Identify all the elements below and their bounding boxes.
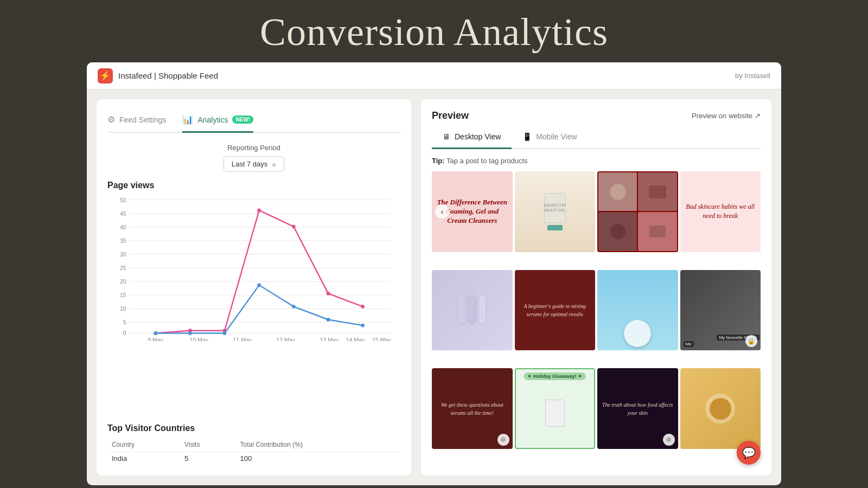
external-link-icon: ↗ (755, 112, 761, 120)
col-country: Country (107, 439, 180, 452)
table-title: Top Visitor Countries (107, 423, 400, 433)
svg-text:45: 45 (120, 210, 126, 217)
cell-country: India (107, 452, 180, 465)
preview-header: Preview Preview on website ↗ (432, 110, 761, 121)
svg-point-34 (327, 292, 330, 296)
preview-link[interactable]: Preview on website ↗ (692, 112, 761, 120)
svg-text:9 May: 9 May (148, 337, 164, 341)
preview-title: Preview (432, 110, 469, 121)
svg-text:10: 10 (120, 305, 126, 312)
svg-point-42 (361, 324, 365, 328)
svg-text:13 May: 13 May (320, 337, 339, 341)
grid-item-6[interactable]: A beginner's guide to mixing serums for … (515, 270, 596, 351)
chart-section: Page views 50 45 40 35 30 25 20 15 10 5 (107, 181, 400, 415)
page-title: Conversion Analytics (0, 0, 868, 62)
tab-desktop-label: Desktop View (455, 132, 501, 141)
svg-text:20: 20 (120, 278, 126, 285)
grid-item-12[interactable] (680, 368, 761, 449)
lock-icon: 🔒 (745, 335, 757, 347)
preview-image-grid: The Difference Between Foaming, Gel and … (432, 171, 761, 465)
svg-text:30: 30 (120, 251, 126, 258)
chart-icon: 📊 (182, 114, 193, 125)
app-logo-icon: ⚡ (98, 68, 113, 84)
svg-text:15: 15 (120, 292, 126, 298)
chart-line-secondary (156, 285, 363, 333)
chart-svg: 50 45 40 35 30 25 20 15 10 5 0 (107, 195, 400, 341)
no-video-icon-2: ⊘ (663, 434, 675, 446)
svg-text:12 May: 12 May (276, 337, 295, 341)
svg-point-37 (188, 331, 192, 335)
grid-item-4[interactable]: Bad skincare habits we all need to break (680, 171, 761, 252)
svg-point-35 (361, 305, 365, 309)
view-tab-bar: 🖥 Desktop View 📱 Mobile View (432, 128, 761, 149)
chart-line-primary (156, 210, 363, 333)
col-contribution: Total Contribution (%) (236, 439, 400, 452)
svg-text:0: 0 (123, 330, 126, 336)
tip-text: Tip: Tap a post to tag products (432, 157, 761, 165)
grid-item-7[interactable] (597, 270, 678, 351)
grid-item-5[interactable] (432, 270, 513, 351)
desktop-icon: 🖥 (443, 132, 450, 141)
giveaway-banner: ✦ Holiday Giveaway! ✦ (524, 373, 586, 380)
col-visits: Visits (180, 439, 236, 452)
preview-link-label: Preview on website (692, 112, 752, 120)
table-row: India 5 100 (107, 452, 400, 465)
svg-text:5: 5 (123, 319, 126, 325)
svg-point-39 (257, 283, 261, 287)
grid-item-10[interactable]: ✦ Holiday Giveaway! ✦ (515, 368, 596, 449)
tab-analytics[interactable]: 📊 Analytics NEW! (182, 110, 253, 133)
app-name: Instafeed | Shoppable Feed (118, 71, 218, 80)
left-panel: ⚙ Feed Settings 📊 Analytics NEW! Reporti… (97, 99, 411, 476)
svg-text:14 May: 14 May (346, 337, 365, 341)
tab-feed-settings[interactable]: ⚙ Feed Settings (107, 110, 166, 133)
new-badge: NEW! (232, 115, 253, 124)
chevron-down-icon: ⬦ (272, 160, 276, 168)
chart-title: Page views (107, 181, 400, 190)
svg-text:50: 50 (120, 197, 126, 203)
tab-bar: ⚙ Feed Settings 📊 Analytics NEW! (107, 110, 400, 133)
svg-text:25: 25 (120, 265, 126, 271)
tab-feed-settings-label: Feed Settings (119, 115, 166, 124)
tip-content: Tap a post to tag products (446, 157, 528, 165)
svg-point-33 (292, 224, 296, 228)
app-header: ⚡ Instafeed | Shoppable Feed by Instasel… (87, 62, 781, 89)
tab-mobile-view[interactable]: 📱 Mobile View (512, 128, 588, 149)
chat-button[interactable]: 💬 (737, 441, 761, 465)
reporting-label: Reporting Period (227, 144, 280, 152)
reporting-section: Reporting Period Last 7 days ⬦ (107, 144, 400, 172)
gear-icon: ⚙ (107, 114, 115, 125)
app-by-label: by Instasell (735, 72, 770, 80)
no-video-icon: ⊘ (497, 434, 509, 446)
app-header-left: ⚡ Instafeed | Shoppable Feed (98, 68, 218, 84)
period-value: Last 7 days (232, 160, 268, 168)
tab-analytics-label: Analytics (197, 115, 228, 124)
grid-item-1[interactable]: The Difference Between Foaming, Gel and … (432, 171, 513, 252)
grid-item-8[interactable]: Me My favourite SPF ☀ 🔒 (680, 270, 761, 351)
prev-arrow-icon[interactable]: ‹ (435, 204, 449, 219)
cell-visits: 5 (180, 452, 236, 465)
svg-point-40 (292, 305, 296, 309)
main-content: ⚙ Feed Settings 📊 Analytics NEW! Reporti… (87, 89, 781, 485)
svg-point-36 (154, 331, 157, 335)
grid-item-11[interactable]: The truth about how food affects your sk… (597, 368, 678, 449)
grid-item-2[interactable]: ADVECTIN MULTI OIL (515, 171, 596, 252)
grid-item-3[interactable] (597, 171, 678, 252)
chart-container: 50 45 40 35 30 25 20 15 10 5 0 (107, 195, 400, 415)
mobile-icon: 📱 (522, 132, 532, 141)
table-section: Top Visitor Countries Country Visits Tot… (107, 423, 400, 465)
app-shell: ⚡ Instafeed | Shoppable Feed by Instasel… (87, 62, 781, 485)
svg-text:11 May: 11 May (233, 337, 252, 341)
grid-item-9[interactable]: We get these questions about serums all … (432, 368, 513, 449)
svg-point-41 (327, 318, 330, 322)
cell-contribution: 100 (236, 452, 400, 465)
svg-text:40: 40 (120, 224, 126, 230)
right-panel: Preview Preview on website ↗ 🖥 Desktop V… (421, 99, 771, 476)
svg-text:15 May: 15 May (372, 337, 391, 341)
svg-point-38 (223, 331, 227, 335)
visitor-table: Country Visits Total Contribution (%) In… (107, 439, 400, 465)
tip-label: Tip: (432, 157, 445, 165)
svg-text:35: 35 (120, 237, 126, 244)
svg-text:10 May: 10 May (189, 337, 208, 341)
tab-desktop-view[interactable]: 🖥 Desktop View (432, 128, 512, 149)
period-select[interactable]: Last 7 days ⬦ (224, 156, 285, 172)
